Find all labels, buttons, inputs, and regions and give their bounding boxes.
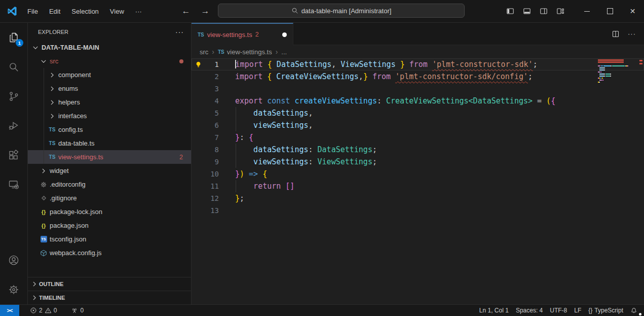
tree-item-tsconfig-json[interactable]: TStsconfig.json [28,232,191,246]
extensions-icon[interactable] [0,141,27,170]
minimap-line [598,78,637,79]
token: ViewSettings [313,157,372,166]
settings-gear-icon[interactable] [0,275,27,304]
minimap-segment [600,72,601,73]
token: { [258,169,267,179]
code-line-10[interactable]: 10}) => { [192,168,644,180]
token: ; [528,72,533,81]
code-line-7[interactable]: 7}: { [192,131,644,144]
run-debug-icon[interactable] [0,111,27,141]
tree-item-interfaces[interactable]: interfaces [28,109,191,123]
code-line-9[interactable]: 9 viewSettings: ViewSettings; [192,156,644,168]
explorer-more-icon[interactable]: ··· [175,28,184,36]
menu-[interactable]: ··· [130,4,147,18]
customize-layout-icon[interactable] [556,7,564,15]
tree-item-data-table-ts[interactable]: TSdata-table.ts [28,136,191,150]
minimap[interactable] [598,59,637,86]
toggle-panel-icon[interactable] [523,7,531,15]
code-line-13[interactable]: 13 [192,204,644,217]
explorer-icon[interactable]: 1 [0,23,27,52]
token: { [268,60,272,69]
menu-file[interactable]: File [22,4,44,18]
code-line-2[interactable]: 2import { CreateViewSettings,} from 'plm… [192,71,644,83]
notification-dot [639,313,641,315]
unsaved-dot-icon[interactable] [282,32,287,37]
code-line-11[interactable]: 11 return [] [192,180,644,192]
minimap-segment [605,74,610,75]
ruler-error-mark [639,60,642,61]
tree-item-webpack-config-js[interactable]: webpack.config.js [28,246,191,260]
tree-item-label: tsconfig.json [50,235,86,243]
tree-item-config-ts[interactable]: TSconfig.ts [28,123,191,136]
code-line-4[interactable]: 4export const createViewSettings: Create… [192,95,644,107]
webpack-file-icon [39,250,48,257]
tree-item-view-settings-ts[interactable]: TSview-settings.ts2 [28,150,191,164]
code-line-5[interactable]: 5 dataSettings, [192,107,644,119]
tree-item-package-lock-json[interactable]: {}package-lock.json [28,205,191,219]
token [428,60,432,69]
tree-indent-guide [44,95,44,109]
encoding-status[interactable]: UTF-8 [546,305,571,316]
menu-view[interactable]: View [104,4,130,18]
cursor-position[interactable]: Ln 1, Col 1 [476,305,512,316]
back-button[interactable]: ← [180,6,192,16]
token [391,72,395,81]
code-line-1[interactable]: 1import { DataSettings, ViewSettings } f… [192,58,644,71]
editor-more-icon[interactable]: ··· [628,30,636,38]
breadcrumbs: src›TSview-settings.ts›... [192,45,644,58]
split-editor-icon[interactable] [612,30,620,38]
code-line-12[interactable]: 12}; [192,192,644,204]
toggle-primary-sidebar-icon[interactable] [506,7,514,15]
maximize-button[interactable] [598,0,621,22]
problems-status[interactable]: 2 0 [26,305,60,316]
gear-file-icon [39,181,48,188]
tree-item-label: enums [58,85,78,92]
tree-item-data-table-main[interactable]: DATA-TABLE-MAIN [28,41,191,54]
tree-item-enums[interactable]: enums [28,82,191,95]
tree-item-editorconfig[interactable]: .editorconfig [28,178,191,191]
accounts-icon[interactable] [0,245,27,275]
breadcrumb-1[interactable]: src [200,48,208,56]
tree-item-package-json[interactable]: {}package.json [28,219,191,232]
minimap-line [598,76,637,77]
tree-item-helpers[interactable]: helpers [28,95,191,109]
section-outline[interactable]: OUTLINE [28,277,191,291]
lightbulb-icon[interactable] [192,61,205,68]
code-text: export const createViewSettings: CreateV… [219,96,555,106]
eol-status[interactable]: LF [571,305,585,316]
toggle-secondary-sidebar-icon[interactable] [540,7,548,15]
search-view-icon[interactable] [0,52,27,82]
remote-explorer-icon[interactable] [0,170,27,199]
language-status[interactable]: {} TypeScript [585,305,627,316]
chevron-right-icon [48,85,57,93]
breadcrumb-3[interactable]: ... [281,48,287,56]
menu-edit[interactable]: Edit [44,4,66,18]
tab-view-settings[interactable]: TS view-settings.ts 2 [192,23,293,45]
remote-indicator[interactable]: >< [0,305,19,316]
token: CreateViewSettings [272,72,359,81]
tree-item-component[interactable]: component [28,68,191,82]
tree-item-gitignore[interactable]: .gitignore [28,191,191,205]
code-area[interactable]: 1import { DataSettings, ViewSettings } f… [192,58,644,304]
vscode-logo-icon [7,6,18,17]
close-button[interactable]: ✕ [621,0,644,22]
code-line-3[interactable]: 3 [192,83,644,95]
line-number: 6 [205,121,219,129]
source-control-icon[interactable] [0,82,27,111]
tree-item-src[interactable]: src [28,54,191,68]
section-timeline[interactable]: TIMELINE [28,291,191,304]
menu-selection[interactable]: Selection [66,4,104,18]
token [262,72,267,81]
notifications-bell-icon[interactable] [627,305,641,316]
command-center-search[interactable]: data-table-main [Administrator] [218,4,465,18]
forward-button[interactable]: → [200,6,211,16]
minimize-button[interactable] [576,0,598,22]
code-line-6[interactable]: 6 viewSettings, [192,119,644,131]
code-text: }; [219,194,244,203]
code-line-8[interactable]: 8 dataSettings: DataSettings; [192,144,644,156]
overview-ruler[interactable] [638,58,644,304]
indentation-status[interactable]: Spaces: 4 [512,305,546,316]
ports-status[interactable]: 0 [67,305,87,316]
tree-item-widget[interactable]: widget [28,164,191,178]
breadcrumb-2[interactable]: TSview-settings.ts [218,48,272,56]
